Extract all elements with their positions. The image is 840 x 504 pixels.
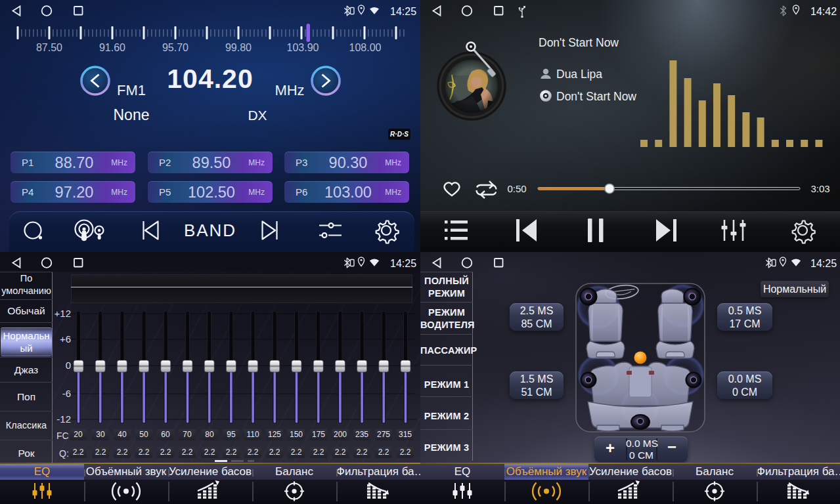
svg-text:0:50: 0:50	[507, 183, 526, 194]
svg-text:3:03: 3:03	[810, 183, 829, 194]
svg-text:103.90: 103.90	[287, 42, 319, 53]
svg-text:95.70: 95.70	[162, 42, 188, 53]
svg-text:87.50: 87.50	[36, 42, 62, 53]
svg-text:14:25: 14:25	[810, 258, 837, 269]
svg-text:91.60: 91.60	[99, 42, 125, 53]
svg-text:99.80: 99.80	[225, 42, 252, 53]
svg-text:BAND: BAND	[184, 220, 236, 240]
svg-text:108.00: 108.00	[349, 42, 382, 53]
